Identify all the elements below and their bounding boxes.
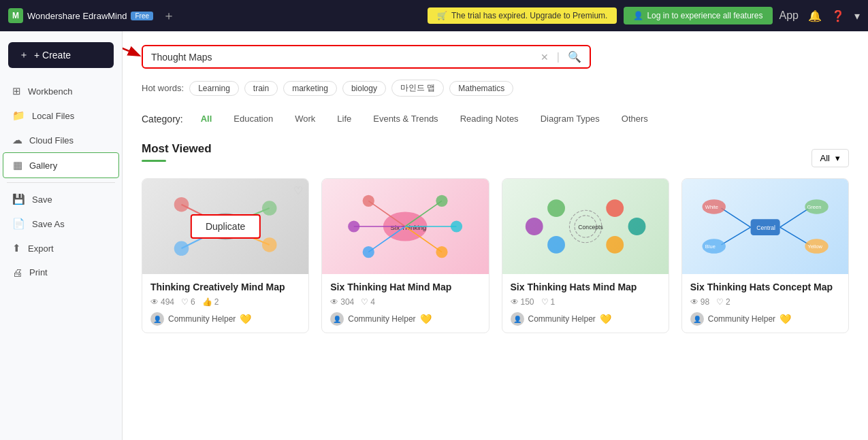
svg-point-23 xyxy=(451,220,462,232)
bell-icon[interactable]: 🔔 xyxy=(808,10,822,22)
section-underline xyxy=(142,160,166,162)
hotword-mathematics[interactable]: Mathematics xyxy=(449,81,513,96)
cat-tab-all[interactable]: All xyxy=(191,110,222,127)
trial-text: The trial has expired. Upgrade to Premiu… xyxy=(451,11,607,20)
hotwords-label: Hot words: xyxy=(142,83,184,93)
cloud-files-label: Cloud Files xyxy=(29,135,74,146)
author-name-2: Community Helper xyxy=(348,314,415,324)
cat-tab-others[interactable]: Others xyxy=(612,110,658,127)
thumb-icon-1: 👍 xyxy=(202,297,212,307)
plus-icon: ＋ xyxy=(19,49,29,61)
svg-line-38 xyxy=(779,227,809,245)
sidebar-item-gallery[interactable]: ▦ Gallery xyxy=(3,152,119,178)
likes-stat-2: ♡ 4 xyxy=(361,297,375,307)
sidebar-item-save[interactable]: 💾 Save xyxy=(3,187,119,211)
svg-text:Blue: Blue xyxy=(705,243,716,250)
heart-icon-1[interactable]: ♡ xyxy=(293,184,303,197)
cat-tab-events[interactable]: Events & Trends xyxy=(364,110,447,127)
card-thinking-creatively[interactable]: Duplicate ♡ Thinking Creatively Mind Map… xyxy=(142,178,309,333)
help-icon[interactable]: ❓ xyxy=(831,10,845,22)
cards-grid: Duplicate ♡ Thinking Creatively Mind Map… xyxy=(142,178,849,333)
hotword-mindmap-kr[interactable]: 마인드 맵 xyxy=(391,80,444,97)
svg-point-31 xyxy=(628,218,645,235)
main-layout: ＋ + Create ⊞ Workbench 📁 Local Files ☁ C… xyxy=(0,31,868,440)
svg-point-9 xyxy=(262,237,277,252)
card-six-hat-mind-map[interactable]: Six Thinking xyxy=(321,178,489,333)
svg-text:Yellow: Yellow xyxy=(807,243,822,250)
save-as-icon: 📄 xyxy=(12,218,25,230)
hotword-train[interactable]: train xyxy=(244,81,278,96)
create-button[interactable]: ＋ + Create xyxy=(8,42,114,68)
card-stats-4: 👁 98 ♡ 2 xyxy=(690,297,840,307)
search-input[interactable] xyxy=(151,52,535,63)
card-body-4: Six Thinking Hats Concept Map 👁 98 ♡ 2 👤 xyxy=(682,274,848,333)
chevron-icon[interactable]: ▾ xyxy=(854,10,860,22)
export-icon: ⬆ xyxy=(12,242,21,254)
sidebar-item-cloud-files[interactable]: ☁ Cloud Files xyxy=(3,128,119,152)
new-tab-button[interactable]: ＋ xyxy=(163,7,175,24)
heart-stat-icon-4: ♡ xyxy=(716,297,724,307)
topbar-icons: App 🔔 ❓ ▾ xyxy=(779,10,860,22)
hotword-marketing[interactable]: marketing xyxy=(283,81,337,96)
cat-tab-life[interactable]: Life xyxy=(327,110,361,127)
duplicate-button-1[interactable]: Duplicate xyxy=(191,214,260,239)
svg-point-22 xyxy=(348,220,359,232)
card-body-1: Thinking Creatively Mind Map 👁 494 ♡ 6 👍 xyxy=(142,274,308,333)
create-label: + Create xyxy=(34,50,71,61)
gold-badge-1: 💛 xyxy=(240,314,251,324)
app-logo: M Wondershare EdrawMind Free xyxy=(8,8,153,23)
author-name-4: Community Helper xyxy=(708,314,775,324)
login-button[interactable]: 👤 Log in to experience all features xyxy=(624,7,772,24)
cat-tab-reading-notes[interactable]: Reading Notes xyxy=(451,110,528,127)
heart-stat-icon-3: ♡ xyxy=(541,297,549,307)
filter-dropdown[interactable]: All ▾ xyxy=(811,149,849,167)
svg-point-18 xyxy=(363,195,374,207)
cloud-files-icon: ☁ xyxy=(12,134,22,146)
card-six-hats-concept-map[interactable]: Central White Green Blue Yellow xyxy=(681,178,849,333)
card-stats-2: 👁 304 ♡ 4 xyxy=(330,297,480,307)
hotword-learning[interactable]: Learning xyxy=(189,81,239,96)
clear-search-button[interactable]: ✕ xyxy=(541,52,549,63)
search-button[interactable]: 🔍 xyxy=(568,50,581,63)
print-label: Print xyxy=(29,267,48,277)
svg-point-7 xyxy=(262,201,277,216)
sidebar-item-export[interactable]: ⬆ Export xyxy=(3,236,119,260)
workbench-icon: ⊞ xyxy=(12,85,21,97)
workbench-label: Workbench xyxy=(28,86,73,97)
heart-stat-icon-2: ♡ xyxy=(361,297,368,307)
card-stats-1: 👁 494 ♡ 6 👍 2 xyxy=(150,297,300,307)
sidebar-item-local-files[interactable]: 📁 Local Files xyxy=(3,103,119,128)
card-thumbnail-4: Central White Green Blue Yellow xyxy=(682,179,848,274)
cat-tab-education[interactable]: Education xyxy=(224,110,283,127)
logo-icon: M xyxy=(8,8,23,23)
card-author-4: 👤 Community Helper 💛 xyxy=(690,312,840,326)
card-six-hats-mind-map[interactable]: Concepts Six Thinking Hats Mind Map 👁 15… xyxy=(502,178,669,333)
save-label: Save xyxy=(32,194,52,205)
card-body-3: Six Thinking Hats Mind Map 👁 150 ♡ 1 👤 xyxy=(502,274,669,333)
svg-point-21 xyxy=(436,246,448,258)
login-label: Log in to experience all features xyxy=(647,11,762,20)
likes-count-3: 1 xyxy=(551,297,556,307)
svg-point-28 xyxy=(547,236,565,254)
sidebar-item-workbench[interactable]: ⊞ Workbench xyxy=(3,79,119,103)
likes-count-1: 6 xyxy=(191,297,195,307)
card-title-2: Six Thinking Hat Mind Map xyxy=(330,281,480,293)
views-stat-1: 👁 494 xyxy=(150,297,174,307)
sidebar-item-save-as[interactable]: 📄 Save As xyxy=(3,211,119,236)
sidebar-item-print[interactable]: 🖨 Print xyxy=(3,260,119,284)
cat-tab-work[interactable]: Work xyxy=(285,110,325,127)
hotword-biology[interactable]: biology xyxy=(342,81,386,96)
gold-badge-3: 💛 xyxy=(600,314,611,324)
svg-point-29 xyxy=(606,236,624,254)
gallery-label: Gallery xyxy=(29,160,57,171)
likes-count-4: 2 xyxy=(726,297,730,307)
local-files-icon: 📁 xyxy=(12,109,25,122)
likes-stat-4: ♡ 2 xyxy=(716,297,730,307)
card-thumbnail-1: Duplicate ♡ xyxy=(142,179,308,274)
card-author-2: 👤 Community Helper 💛 xyxy=(330,312,480,326)
cat-tab-diagram-types[interactable]: Diagram Types xyxy=(531,110,609,127)
card-title-3: Six Thinking Hats Mind Map xyxy=(511,281,660,293)
card-stats-3: 👁 150 ♡ 1 xyxy=(511,297,660,307)
mind-map-preview-3: Concepts xyxy=(502,179,669,274)
trial-banner: 🛒 The trial has expired. Upgrade to Prem… xyxy=(428,7,617,24)
